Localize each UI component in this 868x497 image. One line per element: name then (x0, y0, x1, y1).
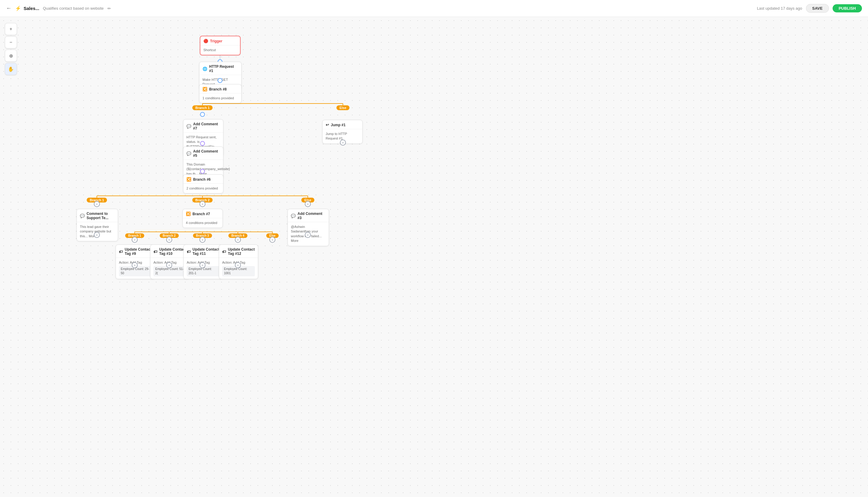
branch6-header: 🔀 Branch #6 (183, 175, 223, 184)
comment3-title: Add Comment #3 (298, 212, 326, 220)
connector-3[interactable] (200, 112, 205, 117)
branch7-node[interactable]: 🔀 Branch #7 4 conditions provided (183, 209, 223, 228)
tag11-header: 🏷 Update Contact Tag #11 (184, 245, 223, 258)
save-button[interactable]: SAVE (806, 4, 829, 13)
tag9-body: Action: Add Tag Employee Count: 29-50 (116, 258, 155, 279)
tag9-header: 🏷 Update Contact Tag #9 (116, 245, 155, 258)
tag10-title: Update Contact Tag #10 (159, 247, 186, 256)
zoom-out-button[interactable]: − (5, 36, 17, 48)
add-after-tag12[interactable]: + (235, 262, 241, 268)
workflow-title: Sales... (24, 6, 39, 11)
trigger-header: 🔴 Trigger (200, 36, 240, 45)
add-after-comment3[interactable]: + (305, 232, 311, 238)
tag12-node[interactable]: 🏷 Update Contact Tag #12 Action: Add Tag… (219, 244, 258, 279)
header: ← ⚡ Sales... Qualifies contact based on … (0, 0, 868, 17)
connector-b1-b7[interactable]: + (132, 237, 138, 243)
comment7-title: Add Comment #7 (193, 122, 220, 130)
branch8-title: Branch #8 (209, 87, 227, 91)
zoom-in-button[interactable]: + (5, 23, 17, 35)
workflow-desc: Qualifies contact based on website (43, 6, 104, 11)
branch7-body: 4 conditions provided (183, 218, 223, 228)
tag11-node[interactable]: 🏷 Update Contact Tag #11 Action: Add Tag… (183, 244, 223, 279)
comment-support-header: 💬 Comment to Support Te... (77, 209, 118, 222)
tag11-body: Action: Add Tag Employee Count: 201-1 (184, 258, 223, 279)
comment-support-title: Comment to Support Te... (87, 212, 115, 220)
branch6-title: Branch #6 (193, 178, 211, 182)
branch6-node[interactable]: 🔀 Branch #6 2 conditions provided (183, 174, 223, 194)
branch8-node[interactable]: 🔀 Branch #8 1 conditions provided (199, 84, 242, 103)
tag12-body: Action: Add Tag Employee Count: 1001 (219, 258, 258, 279)
add-after-jump[interactable]: + (340, 140, 346, 146)
comment3-node[interactable]: 💬 Add Comment #3 @Ashwin Sadananthan you… (287, 209, 329, 246)
edit-icon[interactable]: ✏ (108, 6, 111, 11)
tag12-title: Update Contact Tag #12 (228, 247, 255, 256)
connector-4[interactable] (200, 141, 205, 146)
back-button[interactable]: ← (6, 5, 12, 12)
add-after-support[interactable]: + (94, 232, 100, 238)
workflow-name: ⚡ Sales... (15, 5, 39, 11)
branch6-body: 2 conditions provided (183, 184, 223, 193)
hand-tool-button[interactable]: ✋ (5, 63, 17, 75)
connector-b2-b7[interactable]: + (166, 237, 172, 243)
trigger-title: Trigger (210, 39, 223, 43)
header-left: ← ⚡ Sales... Qualifies contact based on … (6, 5, 111, 12)
connector-branch1-b6[interactable]: + (94, 201, 100, 207)
trigger-node[interactable]: 🔴 Trigger Shortcut (200, 36, 241, 55)
connector-5[interactable] (200, 169, 205, 174)
tag9-node[interactable]: 🏷 Update Contact Tag #9 Action: Add Tag … (116, 244, 155, 279)
tag11-title: Update Contact Tag #11 (193, 247, 219, 256)
branch1-badge: Branch 1 (192, 105, 212, 110)
connector-else-b6[interactable]: + (305, 201, 311, 207)
else-badge-1: Else (337, 105, 350, 110)
http-title: HTTP Request #1 (209, 65, 238, 73)
last-updated: Last updated 17 days ago (757, 6, 802, 11)
comment5-title: Add Comment #5 (193, 149, 220, 158)
branch7-title: Branch #7 (193, 212, 210, 216)
comment5-header: 💬 Add Comment #5 (183, 147, 223, 160)
add-after-tag11[interactable]: + (199, 262, 205, 268)
comment7-header: 💬 Add Comment #7 (183, 119, 223, 132)
connector-2[interactable] (218, 78, 223, 83)
comment-support-body: This lead gave their company website but… (77, 222, 118, 241)
tag9-title: Update Contact Tag #9 (125, 247, 152, 256)
comment3-header: 💬 Add Comment #3 (288, 209, 329, 222)
header-right: Last updated 17 days ago SAVE PUBLISH (757, 4, 862, 13)
add-after-tag10[interactable]: + (166, 262, 172, 268)
branch8-header: 🔀 Branch #8 (199, 84, 241, 94)
http-header: 🌐 HTTP Request #1 (199, 62, 241, 75)
connector-b4-b7[interactable]: + (235, 237, 241, 243)
connector-branch2-b6[interactable]: + (199, 201, 205, 207)
trigger-body: Shortcut (200, 45, 240, 55)
branch8-body: 1 conditions provided (199, 94, 241, 103)
publish-button[interactable]: PUBLISH (833, 4, 862, 12)
add-after-tag9[interactable]: + (132, 262, 138, 268)
workflow-icon: ⚡ (15, 5, 21, 11)
connector-else-b7[interactable]: + (269, 237, 275, 243)
tag12-header: 🏷 Update Contact Tag #12 (219, 245, 258, 258)
fit-button[interactable]: ⊕ (5, 49, 17, 62)
branch7-header: 🔀 Branch #7 (183, 209, 223, 218)
toolbar: + − ⊕ ✋ (5, 23, 17, 75)
jump1-title: Jump #1 (331, 123, 346, 127)
connector-b3-b7[interactable]: + (199, 237, 205, 243)
jump1-header: ↩ Jump #1 (323, 120, 362, 129)
flow-canvas: + − ⊕ ✋ (0, 17, 868, 497)
